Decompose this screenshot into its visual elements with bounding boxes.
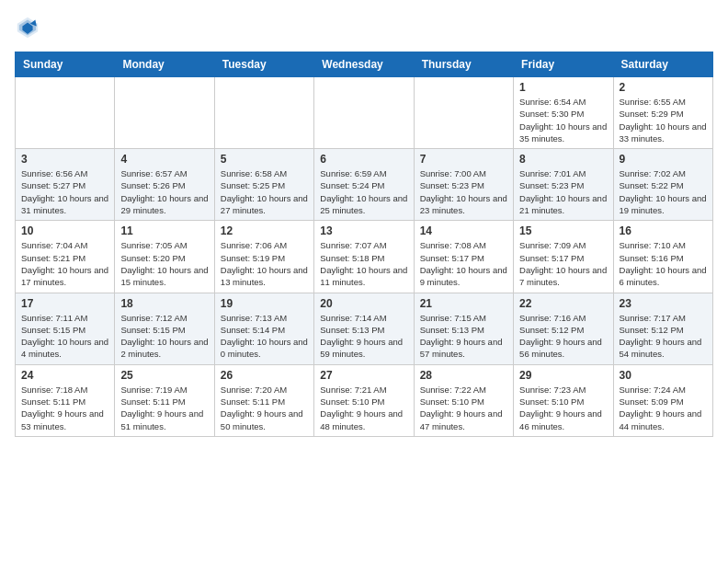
day-info: Sunrise: 6:59 AM Sunset: 5:24 PM Dayligh…: [320, 167, 407, 216]
day-info: Sunrise: 7:22 AM Sunset: 5:10 PM Dayligh…: [420, 384, 507, 432]
calendar-cell: 5Sunrise: 6:58 AM Sunset: 5:25 PM Daylig…: [214, 149, 313, 221]
day-info: Sunrise: 7:07 AM Sunset: 5:18 PM Dayligh…: [320, 239, 407, 288]
day-info: Sunrise: 7:06 AM Sunset: 5:19 PM Dayligh…: [221, 239, 308, 288]
calendar-cell: 3Sunrise: 6:56 AM Sunset: 5:27 PM Daylig…: [16, 149, 115, 221]
day-number: 13: [320, 224, 407, 237]
day-info: Sunrise: 7:19 AM Sunset: 5:11 PM Dayligh…: [120, 384, 208, 432]
calendar-week-row: 24Sunrise: 7:18 AM Sunset: 5:11 PM Dayli…: [16, 364, 713, 436]
day-number: 26: [221, 369, 308, 382]
calendar-cell: 11Sunrise: 7:05 AM Sunset: 5:20 PM Dayli…: [115, 221, 214, 293]
day-info: Sunrise: 7:04 AM Sunset: 5:21 PM Dayligh…: [21, 239, 108, 288]
logo: [15, 15, 44, 40]
day-number: 27: [320, 369, 407, 382]
calendar-cell: 29Sunrise: 7:23 AM Sunset: 5:10 PM Dayli…: [514, 364, 613, 436]
calendar-cell: 15Sunrise: 7:09 AM Sunset: 5:17 PM Dayli…: [514, 221, 613, 293]
day-info: Sunrise: 6:56 AM Sunset: 5:27 PM Dayligh…: [21, 167, 108, 216]
day-number: 28: [420, 369, 507, 382]
day-info: Sunrise: 7:01 AM Sunset: 5:23 PM Dayligh…: [519, 167, 607, 216]
day-info: Sunrise: 7:09 AM Sunset: 5:17 PM Dayligh…: [519, 239, 607, 288]
day-number: 10: [21, 224, 108, 237]
day-info: Sunrise: 7:20 AM Sunset: 5:11 PM Dayligh…: [221, 384, 308, 432]
page-header: [15, 15, 713, 40]
day-number: 18: [120, 297, 208, 310]
day-info: Sunrise: 7:21 AM Sunset: 5:10 PM Dayligh…: [320, 384, 407, 432]
calendar-cell: 17Sunrise: 7:11 AM Sunset: 5:15 PM Dayli…: [16, 293, 115, 364]
calendar-cell: 2Sunrise: 6:55 AM Sunset: 5:29 PM Daylig…: [613, 77, 712, 149]
day-number: 23: [620, 297, 707, 310]
calendar-cell: 21Sunrise: 7:15 AM Sunset: 5:13 PM Dayli…: [414, 293, 513, 364]
day-number: 1: [519, 81, 607, 94]
calendar-cell: [16, 77, 115, 149]
day-number: 12: [221, 224, 308, 237]
calendar-cell: 12Sunrise: 7:06 AM Sunset: 5:19 PM Dayli…: [214, 221, 313, 293]
day-number: 4: [120, 153, 208, 166]
calendar-cell: 25Sunrise: 7:19 AM Sunset: 5:11 PM Dayli…: [115, 364, 214, 436]
day-info: Sunrise: 7:10 AM Sunset: 5:16 PM Dayligh…: [620, 239, 707, 288]
calendar-cell: 22Sunrise: 7:16 AM Sunset: 5:12 PM Dayli…: [514, 293, 613, 364]
day-number: 11: [120, 224, 208, 237]
day-number: 6: [320, 153, 407, 166]
calendar-cell: 19Sunrise: 7:13 AM Sunset: 5:14 PM Dayli…: [214, 293, 313, 364]
day-info: Sunrise: 7:14 AM Sunset: 5:13 PM Dayligh…: [320, 312, 407, 361]
calendar-cell: 27Sunrise: 7:21 AM Sunset: 5:10 PM Dayli…: [314, 364, 414, 436]
day-number: 5: [221, 153, 308, 166]
calendar-cell: 20Sunrise: 7:14 AM Sunset: 5:13 PM Dayli…: [314, 293, 414, 364]
calendar-cell: 13Sunrise: 7:07 AM Sunset: 5:18 PM Dayli…: [314, 221, 414, 293]
day-info: Sunrise: 7:24 AM Sunset: 5:09 PM Dayligh…: [620, 384, 707, 432]
day-number: 29: [519, 369, 607, 382]
calendar-cell: 26Sunrise: 7:20 AM Sunset: 5:11 PM Dayli…: [214, 364, 313, 436]
calendar-cell: 7Sunrise: 7:00 AM Sunset: 5:23 PM Daylig…: [414, 149, 513, 221]
calendar-cell: [214, 77, 313, 149]
day-number: 16: [620, 224, 707, 237]
weekday-header: Saturday: [613, 52, 712, 77]
day-number: 30: [620, 369, 707, 382]
weekday-header: Monday: [115, 52, 214, 77]
day-info: Sunrise: 7:17 AM Sunset: 5:12 PM Dayligh…: [620, 312, 707, 361]
day-info: Sunrise: 7:02 AM Sunset: 5:22 PM Dayligh…: [620, 167, 707, 216]
calendar-week-row: 1Sunrise: 6:54 AM Sunset: 5:30 PM Daylig…: [16, 77, 713, 149]
day-number: 14: [420, 224, 507, 237]
calendar-cell: 9Sunrise: 7:02 AM Sunset: 5:22 PM Daylig…: [613, 149, 712, 221]
day-info: Sunrise: 7:08 AM Sunset: 5:17 PM Dayligh…: [420, 239, 507, 288]
day-info: Sunrise: 7:18 AM Sunset: 5:11 PM Dayligh…: [21, 384, 108, 432]
logo-icon: [15, 15, 40, 40]
calendar-cell: 30Sunrise: 7:24 AM Sunset: 5:09 PM Dayli…: [613, 364, 712, 436]
calendar-cell: 23Sunrise: 7:17 AM Sunset: 5:12 PM Dayli…: [613, 293, 712, 364]
weekday-header: Sunday: [16, 52, 115, 77]
day-number: 20: [320, 297, 407, 310]
weekday-header: Tuesday: [214, 52, 313, 77]
day-number: 17: [21, 297, 108, 310]
day-info: Sunrise: 7:00 AM Sunset: 5:23 PM Dayligh…: [420, 167, 507, 216]
calendar-week-row: 10Sunrise: 7:04 AM Sunset: 5:21 PM Dayli…: [16, 221, 713, 293]
day-number: 7: [420, 153, 507, 166]
weekday-header: Wednesday: [314, 52, 414, 77]
day-number: 9: [620, 153, 707, 166]
day-number: 22: [519, 297, 607, 310]
day-number: 3: [21, 153, 108, 166]
day-number: 21: [420, 297, 507, 310]
calendar-cell: 14Sunrise: 7:08 AM Sunset: 5:17 PM Dayli…: [414, 221, 513, 293]
calendar: SundayMondayTuesdayWednesdayThursdayFrid…: [15, 52, 713, 437]
day-number: 25: [120, 369, 208, 382]
calendar-cell: 8Sunrise: 7:01 AM Sunset: 5:23 PM Daylig…: [514, 149, 613, 221]
calendar-cell: 18Sunrise: 7:12 AM Sunset: 5:15 PM Dayli…: [115, 293, 214, 364]
day-number: 8: [519, 153, 607, 166]
calendar-cell: 4Sunrise: 6:57 AM Sunset: 5:26 PM Daylig…: [115, 149, 214, 221]
day-info: Sunrise: 6:57 AM Sunset: 5:26 PM Dayligh…: [120, 167, 208, 216]
calendar-cell: [414, 77, 513, 149]
day-info: Sunrise: 6:55 AM Sunset: 5:29 PM Dayligh…: [620, 96, 707, 144]
calendar-cell: 16Sunrise: 7:10 AM Sunset: 5:16 PM Dayli…: [613, 221, 712, 293]
day-info: Sunrise: 7:15 AM Sunset: 5:13 PM Dayligh…: [420, 312, 507, 361]
day-info: Sunrise: 6:58 AM Sunset: 5:25 PM Dayligh…: [221, 167, 308, 216]
day-info: Sunrise: 7:12 AM Sunset: 5:15 PM Dayligh…: [120, 312, 208, 361]
weekday-header: Friday: [514, 52, 613, 77]
calendar-cell: 24Sunrise: 7:18 AM Sunset: 5:11 PM Dayli…: [16, 364, 115, 436]
day-info: Sunrise: 7:05 AM Sunset: 5:20 PM Dayligh…: [120, 239, 208, 288]
calendar-cell: 28Sunrise: 7:22 AM Sunset: 5:10 PM Dayli…: [414, 364, 513, 436]
calendar-cell: [314, 77, 414, 149]
day-info: Sunrise: 7:16 AM Sunset: 5:12 PM Dayligh…: [519, 312, 607, 361]
day-number: 24: [21, 369, 108, 382]
calendar-cell: [115, 77, 214, 149]
calendar-week-row: 17Sunrise: 7:11 AM Sunset: 5:15 PM Dayli…: [16, 293, 713, 364]
calendar-week-row: 3Sunrise: 6:56 AM Sunset: 5:27 PM Daylig…: [16, 149, 713, 221]
